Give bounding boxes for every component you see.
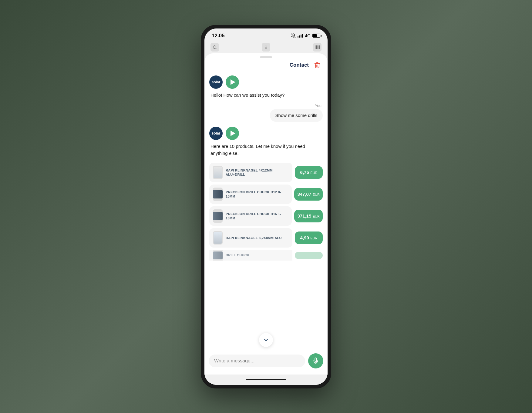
svg-line-2 xyxy=(216,48,217,49)
product-item-4[interactable]: RAPI KLINKNAGEL 3,2X8MM ALU 4,90 EUR xyxy=(209,228,323,248)
messages-area[interactable]: solar Hello! How can we assist you today… xyxy=(204,72,328,350)
microphone-icon xyxy=(312,358,319,364)
user-message-group: You Show me some drills xyxy=(209,103,323,122)
svg-point-3 xyxy=(266,46,266,46)
product-list: RAPI KLINKNAGEL 4X12MM ALU+DRILL 6,75 EU… xyxy=(209,163,323,261)
price-button-4[interactable]: 4,90 EUR xyxy=(295,231,323,244)
price-value-1: 6,75 xyxy=(300,170,309,175)
price-value-3: 371,15 xyxy=(297,213,311,218)
price-button-2[interactable]: 347,07 EUR xyxy=(294,188,323,201)
home-indicator xyxy=(204,375,328,385)
bot-greeting-text: Hello! How can we assist you today? xyxy=(209,92,323,99)
phone-screen: 12.05 4G xyxy=(204,28,328,385)
svg-rect-6 xyxy=(315,45,315,49)
scroll-down-button[interactable] xyxy=(259,333,273,347)
trash-button[interactable] xyxy=(313,61,322,69)
svg-rect-12 xyxy=(319,45,320,49)
product-item-1[interactable]: RAPI KLINKNAGEL 4X12MM ALU+DRILL 6,75 EU… xyxy=(209,163,323,182)
play-button-1[interactable] xyxy=(226,75,239,89)
svg-line-0 xyxy=(291,33,296,38)
product-info-card-5: DRILL CHUCK xyxy=(209,250,292,261)
product-name-1: RAPI KLINKNAGEL 4X12MM ALU+DRILL xyxy=(226,168,289,177)
svg-rect-8 xyxy=(316,45,317,49)
price-button-5[interactable] xyxy=(295,252,323,259)
price-value-2: 347,07 xyxy=(297,192,311,197)
svg-point-5 xyxy=(266,48,266,49)
signal-bars-icon xyxy=(298,34,303,38)
prev-screen-bar xyxy=(204,41,328,53)
chat-header: Contact xyxy=(204,58,328,72)
svg-point-1 xyxy=(213,45,216,48)
status-bar: 12.05 4G xyxy=(204,28,328,41)
input-area xyxy=(204,350,328,375)
chevron-down-icon xyxy=(263,337,269,343)
product-info-card-2: PRECISION DRILL CHUCK B12 0-10MM xyxy=(209,185,292,204)
user-bubble-text: Show me some drills xyxy=(275,113,317,118)
bot-products-text: Here are 10 products. Let me know if you… xyxy=(209,143,323,157)
bot-header-2: solar xyxy=(209,127,323,140)
phone-frame: 12.05 4G xyxy=(201,25,331,388)
bell-slash-icon xyxy=(291,33,296,38)
svg-rect-9 xyxy=(317,45,318,49)
price-eur-4: EUR xyxy=(310,236,317,240)
price-eur-3: EUR xyxy=(313,215,320,218)
product-name-3: PRECISION DRILL CHUCK B16 1-13MM xyxy=(226,212,288,221)
play-button-2[interactable] xyxy=(226,127,239,140)
home-bar xyxy=(246,379,286,380)
product-image-4 xyxy=(213,231,223,245)
product-info-card-3: PRECISION DRILL CHUCK B16 1-13MM xyxy=(209,206,292,226)
user-bubble: Show me some drills xyxy=(270,109,323,122)
screen-background: 12.05 4G xyxy=(0,0,532,413)
price-value-4: 4,90 xyxy=(300,235,309,240)
battery-icon xyxy=(312,34,320,38)
product-name-2: PRECISION DRILL CHUCK B12 0-10MM xyxy=(226,190,288,199)
search-icon[interactable] xyxy=(210,43,219,52)
solar-avatar-2: solar xyxy=(209,127,223,140)
contact-link[interactable]: Contact xyxy=(290,62,309,68)
svg-rect-10 xyxy=(318,45,318,49)
product-item-3[interactable]: PRECISION DRILL CHUCK B16 1-13MM 371,15 … xyxy=(209,206,323,226)
product-info-card-1: RAPI KLINKNAGEL 4X12MM ALU+DRILL xyxy=(209,163,292,182)
product-info-card-4: RAPI KLINKNAGEL 3,2X8MM ALU xyxy=(209,228,292,248)
mic-button[interactable] xyxy=(308,353,323,368)
solar-avatar-1: solar xyxy=(209,75,223,89)
bot-message-group-2: solar Here are 10 products. Let me know … xyxy=(209,127,323,157)
product-item-2[interactable]: PRECISION DRILL CHUCK B12 0-10MM 347,07 … xyxy=(209,185,323,204)
product-name-4: RAPI KLINKNAGEL 3,2X8MM ALU xyxy=(226,236,282,240)
product-name-5: DRILL CHUCK xyxy=(226,253,249,257)
svg-point-4 xyxy=(266,47,266,48)
product-image-3 xyxy=(213,209,223,223)
product-image-2 xyxy=(213,188,223,201)
message-input[interactable] xyxy=(209,355,305,367)
chat-card: Contact xyxy=(204,53,328,385)
price-eur-2: EUR xyxy=(313,193,320,196)
play-triangle-icon xyxy=(231,79,235,85)
product-image-5 xyxy=(213,250,223,261)
you-label: You xyxy=(315,103,322,108)
status-icons: 4G xyxy=(291,33,320,38)
bot-message-group-1: solar Hello! How can we assist you today… xyxy=(209,75,323,99)
svg-rect-11 xyxy=(319,45,319,49)
svg-rect-7 xyxy=(316,45,316,49)
network-type: 4G xyxy=(305,33,311,38)
barcode-icon[interactable] xyxy=(313,43,322,52)
menu-icon[interactable] xyxy=(262,43,270,52)
price-button-3[interactable]: 371,15 EUR xyxy=(294,210,323,222)
price-button-1[interactable]: 6,75 EUR xyxy=(295,166,323,179)
status-time: 12.05 xyxy=(212,33,225,39)
price-eur-1: EUR xyxy=(310,171,317,175)
bot-header-1: solar xyxy=(209,75,323,89)
product-image-1 xyxy=(213,166,223,179)
play-triangle-icon-2 xyxy=(231,131,235,136)
product-item-5[interactable]: DRILL CHUCK xyxy=(209,250,323,261)
